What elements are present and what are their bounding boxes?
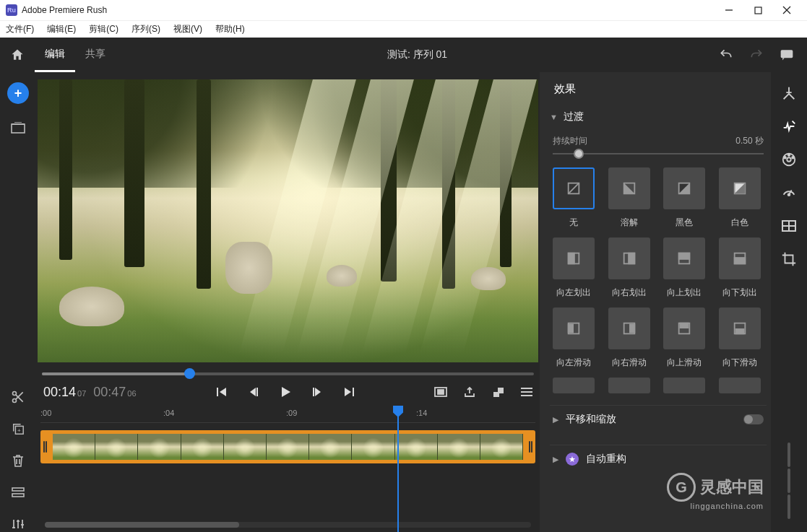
video-clip[interactable]: [40, 430, 535, 463]
step-back-button[interactable]: [247, 385, 260, 398]
effect-label: 无: [569, 217, 578, 229]
audio-icon[interactable]: [781, 218, 797, 234]
scrub-bar[interactable]: [42, 372, 534, 375]
preview-monitor[interactable]: [38, 79, 538, 362]
effect-wipe-r[interactable]: [608, 237, 650, 279]
effect-more[interactable]: [719, 378, 761, 393]
svg-point-54: [787, 157, 791, 162]
effect-wipe-u[interactable]: [663, 237, 705, 279]
menu-edit[interactable]: 编辑(E): [44, 22, 79, 37]
transition-grid-extra: [550, 378, 767, 393]
timeline[interactable]: :00 :04 :09 :14: [36, 404, 540, 532]
time-ruler[interactable]: :00 :04 :09 :14: [40, 404, 535, 423]
transport-bar: 00:14 07 00:47 06: [36, 375, 540, 404]
effect-more[interactable]: [553, 378, 595, 393]
chevron-right-icon: ▶: [553, 455, 558, 464]
timeline-scrollbar[interactable]: [45, 522, 531, 528]
transport-right: [434, 386, 532, 398]
scissors-icon[interactable]: [10, 389, 26, 405]
go-end-button[interactable]: [342, 385, 355, 398]
svg-rect-50: [681, 323, 689, 328]
effect-slide-r[interactable]: [608, 308, 650, 349]
add-media-button[interactable]: +: [7, 82, 29, 104]
svg-rect-14: [12, 488, 24, 491]
tab-share[interactable]: 共享: [75, 38, 116, 72]
menu-sequence[interactable]: 序列(S): [129, 22, 163, 37]
svg-rect-1: [755, 7, 761, 14]
chevron-right-icon: ▶: [553, 415, 558, 424]
svg-point-8: [13, 392, 17, 396]
play-button[interactable]: [279, 385, 292, 398]
star-badge-icon: ★: [566, 453, 579, 466]
export-icon[interactable]: [463, 386, 476, 398]
minimize-button[interactable]: [715, 0, 743, 20]
delete-icon[interactable]: [10, 453, 26, 468]
section-auto-reframe[interactable]: ▶ ★ 自动重构: [550, 445, 767, 473]
project-panel-icon[interactable]: [10, 120, 26, 136]
effect-wipe-l[interactable]: [553, 237, 595, 279]
svg-rect-38: [569, 253, 574, 264]
effect-label: 溶解: [621, 217, 638, 229]
tab-edit[interactable]: 编辑: [35, 38, 75, 72]
menu-help[interactable]: 帮助(H): [212, 22, 248, 37]
fullscreen-icon[interactable]: [434, 387, 447, 397]
effect-slide-l[interactable]: [553, 308, 595, 349]
maximize-button[interactable]: [743, 0, 772, 20]
effects-icon[interactable]: [781, 118, 797, 134]
home-button[interactable]: [0, 38, 35, 72]
duplicate-icon[interactable]: +: [10, 421, 26, 437]
effect-more[interactable]: [663, 378, 705, 393]
effect-black[interactable]: [663, 167, 705, 209]
effect-slide-u[interactable]: [663, 308, 705, 349]
effect-none[interactable]: [553, 167, 595, 209]
redo-button[interactable]: [749, 48, 764, 62]
titles-icon[interactable]: [781, 85, 797, 101]
svg-rect-42: [679, 253, 690, 259]
menu-file[interactable]: 文件(F): [3, 22, 37, 37]
step-fwd-button[interactable]: [311, 385, 324, 398]
svg-rect-27: [438, 390, 444, 394]
close-button[interactable]: [772, 0, 801, 20]
effect-slide-d[interactable]: [719, 308, 761, 349]
speed-icon[interactable]: [781, 185, 797, 201]
effect-white[interactable]: [719, 167, 761, 209]
go-start-button[interactable]: [215, 385, 228, 398]
ruler-tick: :09: [286, 409, 297, 417]
effect-label: 向下滑动: [722, 357, 757, 369]
undo-button[interactable]: [719, 48, 733, 62]
slider-knob[interactable]: [574, 149, 584, 159]
clip-handle-left[interactable]: [42, 432, 51, 462]
app-title: Adobe Premiere Rush: [22, 5, 107, 15]
section-pan-zoom[interactable]: ▶ 平移和缩放: [550, 405, 767, 433]
comments-button[interactable]: [780, 48, 794, 61]
pan-zoom-label: 平移和缩放: [566, 413, 616, 426]
layers-icon[interactable]: [492, 386, 505, 398]
tracks-icon[interactable]: [10, 484, 26, 500]
topbar-left: 编辑 共享: [0, 38, 116, 72]
effect-more[interactable]: [608, 378, 650, 393]
svg-rect-23: [256, 388, 258, 396]
section-transition[interactable]: ▼ 过渡: [550, 110, 767, 123]
svg-rect-40: [629, 253, 634, 264]
menu-view[interactable]: 视图(V): [171, 22, 205, 37]
titlebar: Ru Adobe Premiere Rush: [0, 0, 807, 20]
play-controls: [215, 385, 355, 398]
effect-dissolve[interactable]: [608, 167, 650, 209]
playhead[interactable]: [397, 406, 399, 532]
effect-wipe-d[interactable]: [719, 237, 761, 279]
effect-label: 向右划出: [612, 287, 647, 299]
menu-icon[interactable]: [521, 388, 532, 396]
titlebar-left: Ru Adobe Premiere Rush: [6, 4, 107, 16]
menu-clip[interactable]: 剪辑(C): [86, 22, 121, 37]
panel-scrollbar[interactable]: [787, 442, 790, 519]
clip-handle-right[interactable]: [525, 432, 534, 462]
crop-icon[interactable]: [781, 251, 797, 267]
adjust-icon[interactable]: [10, 516, 26, 532]
effects-panel: 效果 ▼ 过渡 持续时间 0.50 秒 无溶解黑色白色向左划出向右划出向上划出向…: [540, 72, 771, 532]
chevron-down-icon: ▼: [550, 113, 558, 121]
color-icon[interactable]: [781, 152, 797, 167]
duration-slider[interactable]: [553, 153, 764, 154]
pan-zoom-toggle[interactable]: [743, 414, 764, 424]
current-frames: 07: [77, 389, 86, 398]
duration-row: 持续时间 0.50 秒: [550, 135, 767, 147]
